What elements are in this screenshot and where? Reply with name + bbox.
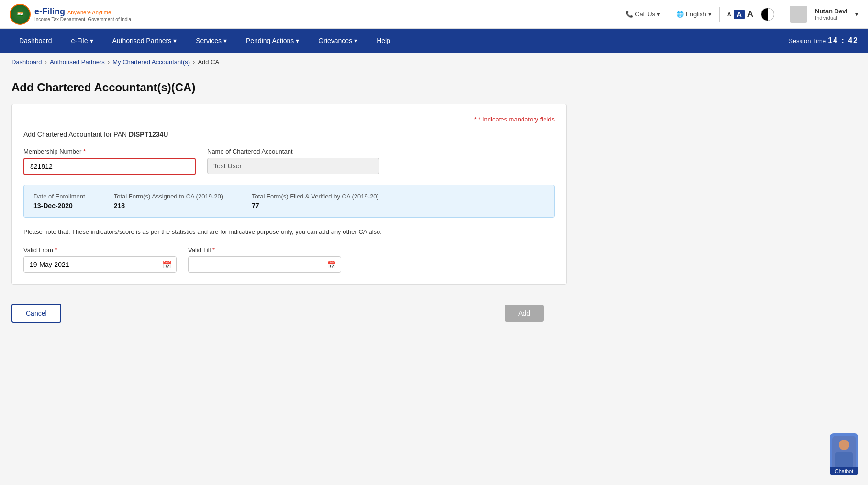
chevron-down-icon: ▾ [296, 37, 299, 44]
session-time: 14 : 42 [828, 36, 858, 45]
breadcrumb-my-ca[interactable]: My Chartered Accountant(s) [112, 58, 190, 66]
nav-grievances-label: Grievances [318, 37, 352, 44]
chevron-down-icon: ▾ [90, 37, 93, 44]
stat-forms-filed: Total Form(s) Filed & Verified by CA (20… [252, 193, 379, 209]
enrollment-label: Date of Enrollment [33, 193, 85, 200]
header-left: 🇮🇳 e-Filing Anywhere Anytime Income Tax … [10, 4, 131, 25]
breadcrumb-sep2: › [108, 58, 110, 66]
nav-help-label: Help [377, 37, 390, 44]
forms-filed-label: Total Form(s) Filed & Verified by CA (20… [252, 193, 379, 200]
globe-icon: 🌐 [676, 11, 684, 18]
nav-authorised-partners-label: Authorised Partners [112, 37, 172, 44]
breadcrumb: Dashboard › Authorised Partners › My Cha… [0, 53, 868, 71]
fields-row: Membership Number * Name of Chartered Ac… [23, 148, 555, 175]
nav-left: Dashboard e-File ▾ Authorised Partners ▾… [10, 29, 400, 53]
valid-from-label: Valid From * [23, 246, 177, 254]
divider3 [782, 7, 782, 22]
breadcrumb-sep3: › [193, 58, 195, 66]
chevron-down-icon: ▾ [173, 37, 177, 44]
stats-box: Date of Enrollment 13-Dec-2020 Total For… [23, 185, 555, 218]
page-title: Add Chartered Accountant(s)(CA) [11, 81, 857, 94]
date-fields-row: Valid From * 📅 Valid Till * 📅 [23, 246, 555, 273]
logo-subtitle: Income Tax Department, Government of Ind… [34, 17, 131, 22]
footer-buttons: Cancel Add [0, 294, 555, 332]
nav-dashboard[interactable]: Dashboard [10, 29, 62, 53]
valid-till-label: Valid Till * [188, 246, 341, 254]
nav-services[interactable]: Services ▾ [186, 29, 236, 53]
nav-efile-label: e-File [71, 37, 88, 44]
nav-pending-actions-label: Pending Actions [246, 37, 294, 44]
stat-forms-assigned: Total Form(s) Assigned to CA (2019-20) 2… [114, 193, 223, 209]
enrollment-value: 13-Dec-2020 [33, 202, 85, 209]
forms-assigned-value: 218 [114, 202, 223, 209]
font-medium-button[interactable]: A [734, 10, 745, 19]
valid-from-input[interactable] [23, 256, 177, 273]
calendar-icon[interactable]: 📅 [162, 260, 172, 269]
breadcrumb-authorised-partners[interactable]: Authorised Partners [50, 58, 105, 66]
breadcrumb-dashboard[interactable]: Dashboard [11, 58, 42, 66]
pan-info: Add Chartered Accountant for PAN DISPT12… [23, 131, 555, 138]
chevron-down-icon: ▾ [657, 11, 660, 18]
font-small-button[interactable]: A [727, 11, 731, 17]
valid-from-group: Valid From * 📅 [23, 246, 177, 273]
main-content: Add Chartered Accountant(s)(CA) * * Indi… [0, 71, 868, 294]
divider [668, 7, 668, 22]
calendar-icon-till[interactable]: 📅 [327, 260, 336, 269]
forms-assigned-label: Total Form(s) Assigned to CA (2019-20) [114, 193, 223, 200]
avatar [790, 6, 807, 23]
chevron-down-icon: ▾ [855, 11, 858, 18]
valid-till-input[interactable] [188, 256, 341, 273]
font-large-button[interactable]: A [747, 10, 753, 19]
valid-from-wrapper: 📅 [23, 256, 177, 273]
nav-help[interactable]: Help [367, 29, 400, 53]
nav-dashboard-label: Dashboard [19, 37, 52, 44]
note-text: Please note that: These indicators/score… [23, 227, 555, 237]
nav-authorised-partners[interactable]: Authorised Partners ▾ [103, 29, 187, 53]
ca-name-field-group: Name of Chartered Accountant [207, 148, 379, 175]
cancel-button[interactable]: Cancel [11, 304, 61, 323]
session-label: Session Time [789, 37, 826, 44]
nav-efile[interactable]: e-File ▾ [62, 29, 103, 53]
logo-tagline: Anywhere Anytime [67, 10, 111, 15]
valid-from-required-star: * [55, 246, 57, 254]
form-card: * * Indicates mandatory fields Add Chart… [11, 104, 567, 285]
contrast-button[interactable] [761, 8, 774, 21]
valid-till-group: Valid Till * 📅 [188, 246, 341, 273]
main-nav: Dashboard e-File ▾ Authorised Partners ▾… [0, 29, 868, 53]
ca-name-input [207, 158, 379, 174]
user-type: Individual [815, 15, 847, 21]
user-name: Nutan Devi [815, 8, 847, 15]
logo-emblem: 🇮🇳 [10, 4, 31, 25]
membership-required-star: * [83, 148, 86, 155]
divider2 [719, 7, 720, 22]
font-size-controls: A A A [727, 10, 753, 19]
logo-container: 🇮🇳 e-Filing Anywhere Anytime Income Tax … [10, 4, 131, 25]
user-info: Nutan Devi Individual [815, 8, 847, 21]
mandatory-note: * * Indicates mandatory fields [23, 116, 555, 123]
breadcrumb-sep1: › [45, 58, 47, 66]
valid-till-required-star: * [212, 246, 215, 254]
add-button[interactable]: Add [505, 305, 544, 322]
phone-icon: 📞 [625, 11, 633, 18]
membership-field-group: Membership Number * [23, 148, 196, 175]
header-right: 📞 Call Us ▾ 🌐 English ▾ A A A Nutan Devi… [625, 6, 858, 23]
chevron-down-icon: ▾ [223, 37, 227, 44]
call-us-button[interactable]: 📞 Call Us ▾ [625, 11, 660, 18]
valid-till-wrapper: 📅 [188, 256, 341, 273]
logo-efiling: e-Filing Anywhere Anytime [34, 7, 131, 17]
forms-filed-value: 77 [252, 202, 379, 209]
header: 🇮🇳 e-Filing Anywhere Anytime Income Tax … [0, 0, 868, 29]
ca-name-label: Name of Chartered Accountant [207, 148, 379, 155]
breadcrumb-add-ca: Add CA [198, 58, 219, 66]
nav-services-label: Services [196, 37, 222, 44]
membership-label: Membership Number * [23, 148, 196, 155]
nav-pending-actions[interactable]: Pending Actions ▾ [236, 29, 309, 53]
language-button[interactable]: 🌐 English ▾ [676, 11, 712, 18]
stat-enrollment: Date of Enrollment 13-Dec-2020 [33, 193, 85, 209]
session-info: Session Time 14 : 42 [789, 36, 858, 45]
membership-number-input[interactable] [23, 158, 196, 175]
chevron-down-icon: ▾ [354, 37, 357, 44]
nav-grievances[interactable]: Grievances ▾ [309, 29, 367, 53]
logo-text: e-Filing Anywhere Anytime Income Tax Dep… [34, 7, 131, 22]
pan-value: DISPT1234U [129, 131, 168, 138]
